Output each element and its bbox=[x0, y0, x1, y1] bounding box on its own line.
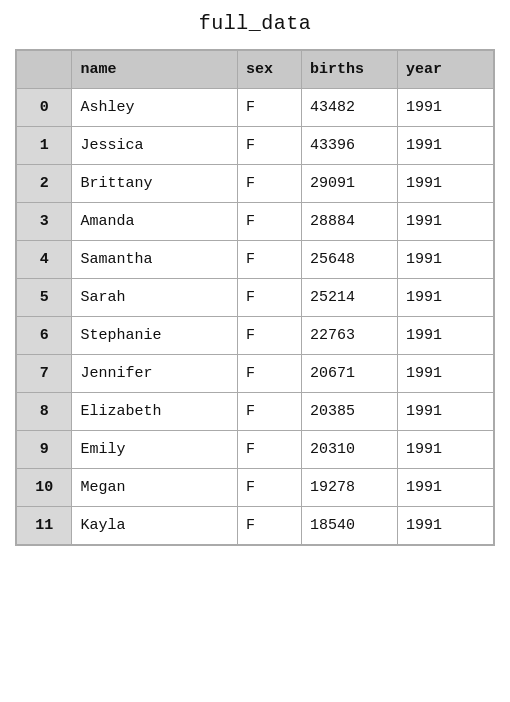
cell-births: 20310 bbox=[301, 431, 397, 469]
cell-sex: F bbox=[237, 203, 301, 241]
cell-sex: F bbox=[237, 355, 301, 393]
cell-name: Emily bbox=[72, 431, 237, 469]
cell-name: Ashley bbox=[72, 89, 237, 127]
cell-year: 1991 bbox=[397, 507, 493, 545]
table-row: 7JenniferF206711991 bbox=[17, 355, 494, 393]
cell-year: 1991 bbox=[397, 317, 493, 355]
cell-sex: F bbox=[237, 89, 301, 127]
data-table: name sex births year 0AshleyF4348219911J… bbox=[15, 49, 495, 546]
cell-index: 6 bbox=[17, 317, 72, 355]
table-row: 11KaylaF185401991 bbox=[17, 507, 494, 545]
table-row: 5SarahF252141991 bbox=[17, 279, 494, 317]
table-row: 6StephanieF227631991 bbox=[17, 317, 494, 355]
cell-births: 18540 bbox=[301, 507, 397, 545]
cell-year: 1991 bbox=[397, 469, 493, 507]
cell-births: 29091 bbox=[301, 165, 397, 203]
cell-index: 2 bbox=[17, 165, 72, 203]
table-row: 4SamanthaF256481991 bbox=[17, 241, 494, 279]
cell-sex: F bbox=[237, 279, 301, 317]
table-row: 9EmilyF203101991 bbox=[17, 431, 494, 469]
cell-year: 1991 bbox=[397, 393, 493, 431]
cell-year: 1991 bbox=[397, 165, 493, 203]
cell-births: 19278 bbox=[301, 469, 397, 507]
cell-year: 1991 bbox=[397, 241, 493, 279]
table-row: 8ElizabethF203851991 bbox=[17, 393, 494, 431]
cell-sex: F bbox=[237, 241, 301, 279]
cell-name: Elizabeth bbox=[72, 393, 237, 431]
cell-sex: F bbox=[237, 127, 301, 165]
page-title: full_data bbox=[199, 12, 312, 35]
cell-sex: F bbox=[237, 507, 301, 545]
table-row: 3AmandaF288841991 bbox=[17, 203, 494, 241]
col-header-index bbox=[17, 51, 72, 89]
table-header-row: name sex births year bbox=[17, 51, 494, 89]
cell-year: 1991 bbox=[397, 127, 493, 165]
cell-births: 22763 bbox=[301, 317, 397, 355]
cell-births: 20385 bbox=[301, 393, 397, 431]
cell-year: 1991 bbox=[397, 355, 493, 393]
cell-sex: F bbox=[237, 317, 301, 355]
cell-name: Megan bbox=[72, 469, 237, 507]
cell-index: 0 bbox=[17, 89, 72, 127]
cell-name: Sarah bbox=[72, 279, 237, 317]
cell-sex: F bbox=[237, 165, 301, 203]
cell-index: 11 bbox=[17, 507, 72, 545]
col-header-births: births bbox=[301, 51, 397, 89]
col-header-sex: sex bbox=[237, 51, 301, 89]
cell-name: Jennifer bbox=[72, 355, 237, 393]
cell-births: 25648 bbox=[301, 241, 397, 279]
cell-index: 8 bbox=[17, 393, 72, 431]
cell-index: 3 bbox=[17, 203, 72, 241]
cell-name: Jessica bbox=[72, 127, 237, 165]
cell-year: 1991 bbox=[397, 203, 493, 241]
cell-index: 5 bbox=[17, 279, 72, 317]
table-row: 0AshleyF434821991 bbox=[17, 89, 494, 127]
col-header-name: name bbox=[72, 51, 237, 89]
cell-index: 1 bbox=[17, 127, 72, 165]
cell-births: 25214 bbox=[301, 279, 397, 317]
cell-index: 9 bbox=[17, 431, 72, 469]
cell-births: 28884 bbox=[301, 203, 397, 241]
cell-sex: F bbox=[237, 431, 301, 469]
cell-year: 1991 bbox=[397, 279, 493, 317]
table-row: 2BrittanyF290911991 bbox=[17, 165, 494, 203]
cell-sex: F bbox=[237, 469, 301, 507]
cell-index: 10 bbox=[17, 469, 72, 507]
table-row: 10MeganF192781991 bbox=[17, 469, 494, 507]
cell-name: Samantha bbox=[72, 241, 237, 279]
cell-name: Stephanie bbox=[72, 317, 237, 355]
cell-index: 7 bbox=[17, 355, 72, 393]
cell-births: 43482 bbox=[301, 89, 397, 127]
cell-index: 4 bbox=[17, 241, 72, 279]
table-row: 1JessicaF433961991 bbox=[17, 127, 494, 165]
col-header-year: year bbox=[397, 51, 493, 89]
cell-name: Kayla bbox=[72, 507, 237, 545]
cell-name: Amanda bbox=[72, 203, 237, 241]
cell-sex: F bbox=[237, 393, 301, 431]
cell-year: 1991 bbox=[397, 431, 493, 469]
cell-name: Brittany bbox=[72, 165, 237, 203]
cell-births: 43396 bbox=[301, 127, 397, 165]
cell-year: 1991 bbox=[397, 89, 493, 127]
cell-births: 20671 bbox=[301, 355, 397, 393]
